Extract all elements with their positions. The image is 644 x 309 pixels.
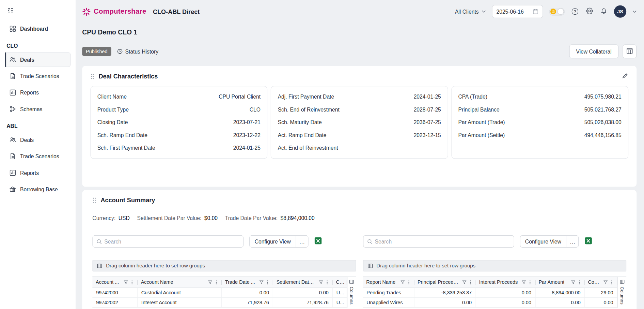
field-value: 505,026,038.00 (584, 119, 622, 126)
column-header-currency[interactable]: C... (333, 277, 347, 288)
help-button[interactable]: ? (571, 8, 579, 16)
configure-view-button[interactable]: Configure View (250, 236, 296, 247)
filter-icon[interactable] (400, 280, 405, 284)
filter-icon[interactable] (462, 280, 466, 284)
app-title: CLO-ABL Direct (153, 8, 200, 15)
row-group-hint: Drag column header here to set row group… (376, 263, 475, 269)
more-options-button[interactable]: … (296, 236, 308, 247)
topbar: Computershare CLO-ABL Direct All Clients… (82, 0, 637, 23)
columns-panel-tab[interactable]: Columns (347, 277, 356, 308)
search-input[interactable] (104, 238, 239, 245)
edit-button[interactable] (622, 72, 628, 80)
collateral-grid-button[interactable] (623, 44, 637, 58)
main-area: Computershare CLO-ABL Direct All Clients… (76, 0, 644, 309)
filter-icon[interactable] (319, 280, 323, 284)
deal-characteristics-header: Deal Characteristics (90, 72, 628, 80)
export-excel-button[interactable] (314, 237, 322, 246)
deal-characteristics-col-3: CPA (Trade)495,075,980.21 Principal Bala… (451, 86, 628, 159)
deal-characteristics-card: Deal Characteristics Client NameCPU Port… (82, 66, 637, 187)
field-value: 2023-07-21 (233, 119, 261, 126)
columns-tab-label: Columns (349, 287, 354, 305)
date-picker[interactable]: 2025-06-16 (492, 5, 543, 18)
column-menu-icon[interactable] (265, 280, 270, 284)
column-header-account-number[interactable]: Account ... (92, 277, 138, 288)
calendar-icon (533, 9, 538, 14)
column-header-trade-date[interactable]: Trade Date ... (222, 277, 273, 288)
sidebar-item-clo-trade-scenarios[interactable]: Trade Scenarios (5, 69, 70, 83)
sidebar-item-abl-trade-scenarios[interactable]: Trade Scenarios (5, 149, 70, 164)
field-value: 2024-01-25 (414, 94, 441, 100)
trade-par-value: $8,894,000.00 (281, 215, 315, 221)
table-row[interactable]: Pending Trades -8,339,253.37 0.00 8,894,… (363, 288, 617, 298)
field-label: Product Type (97, 106, 129, 113)
column-header-settlement-date[interactable]: Settlement Date ... (273, 277, 333, 288)
filter-icon[interactable] (259, 280, 264, 284)
sidebar-item-abl-borrowing-base[interactable]: Borrowing Base (5, 182, 70, 196)
table-row[interactable]: Unapplied Wires 0.00 0.00 0.00 0.00 (363, 298, 617, 308)
clock-icon (117, 48, 123, 54)
row-group-bar[interactable]: Drag column header here to set row group… (363, 260, 627, 271)
accounts-search[interactable] (92, 235, 244, 248)
sidebar-item-abl-reports[interactable]: Reports (5, 165, 70, 180)
status-history-label: Status History (125, 48, 158, 55)
column-header-count[interactable]: Count (585, 277, 617, 288)
view-collateral-button[interactable]: View Collateral (569, 44, 618, 58)
columns-panel-tab[interactable]: Columns (617, 277, 627, 308)
cell: 0.00 (535, 298, 585, 307)
user-menu-chevron-icon[interactable] (632, 10, 637, 13)
filter-icon[interactable] (124, 280, 128, 284)
cell: 0.00 (414, 298, 476, 307)
sidebar-item-abl-deals[interactable]: Deals (5, 132, 70, 147)
settings-button[interactable] (585, 8, 594, 16)
filter-icon[interactable] (571, 280, 575, 284)
field-row: Sch. End of Reinvestment2028-07-25 (278, 103, 441, 116)
filter-icon[interactable] (521, 280, 526, 284)
sidebar-item-clo-schemas[interactable]: Schemas (5, 102, 70, 116)
configure-view-button[interactable]: Configure View (520, 236, 566, 247)
table-icon (626, 47, 633, 55)
drag-handle-icon[interactable] (92, 197, 96, 203)
search-input[interactable] (375, 238, 510, 245)
notifications-button[interactable] (600, 8, 608, 16)
filter-icon[interactable] (603, 280, 608, 284)
column-menu-icon[interactable] (406, 280, 411, 284)
cell: 71,928.76 (222, 298, 273, 307)
reports-search[interactable] (363, 235, 514, 248)
filter-icon[interactable] (208, 280, 212, 284)
column-menu-icon[interactable] (214, 280, 218, 284)
drag-handle-icon[interactable] (90, 73, 94, 79)
table-row[interactable]: 99742002 Interest Account 71,928.76 71,9… (92, 298, 347, 308)
export-excel-button[interactable] (585, 237, 593, 246)
sidebar-item-clo-reports[interactable]: Reports (5, 85, 70, 100)
column-menu-icon[interactable] (130, 280, 134, 284)
sidebar-collapse-button[interactable] (5, 5, 16, 16)
column-menu-icon[interactable] (610, 280, 614, 284)
sidebar-item-dashboard[interactable]: Dashboard (5, 21, 70, 36)
column-menu-icon[interactable] (468, 280, 472, 284)
client-filter-label: All Clients (455, 9, 479, 15)
column-menu-icon[interactable] (325, 280, 329, 284)
user-avatar[interactable]: JS (614, 5, 626, 18)
configure-view-group: Configure View … (249, 235, 309, 248)
column-header-principal-proceeds[interactable]: Principal Proceeds (414, 277, 476, 288)
more-options-button[interactable]: … (566, 236, 578, 247)
row-group-bar[interactable]: Drag column header here to set row group… (92, 260, 356, 271)
sidebar-item-clo-deals[interactable]: Deals (5, 52, 70, 67)
column-menu-icon[interactable] (528, 280, 532, 284)
theme-toggle[interactable] (549, 8, 565, 15)
column-menu-icon[interactable] (577, 280, 581, 284)
column-header-par-amount[interactable]: Par Amount (535, 277, 585, 288)
column-header-report-name[interactable]: Report Name (363, 277, 414, 288)
cell: 0.00 (476, 298, 535, 307)
field-value: 2023-12-22 (233, 132, 261, 138)
row-group-hint: Drag column header here to set row group… (106, 263, 205, 269)
status-history-link[interactable]: Status History (117, 48, 158, 55)
field-value: CPU Portal Client (219, 94, 261, 100)
sidebar-item-label: Dashboard (20, 26, 48, 32)
column-header-interest-proceeds[interactable]: Interest Proceeds (476, 277, 535, 288)
field-row: Product TypeCLO (97, 103, 261, 116)
sidebar-item-label: Trade Scenarios (20, 73, 59, 79)
client-filter-dropdown[interactable]: All Clients (455, 9, 486, 15)
column-header-account-name[interactable]: Account Name (138, 277, 222, 288)
table-row[interactable]: 99742000 Custodial Account 0.00 0.00 U..… (92, 288, 347, 298)
